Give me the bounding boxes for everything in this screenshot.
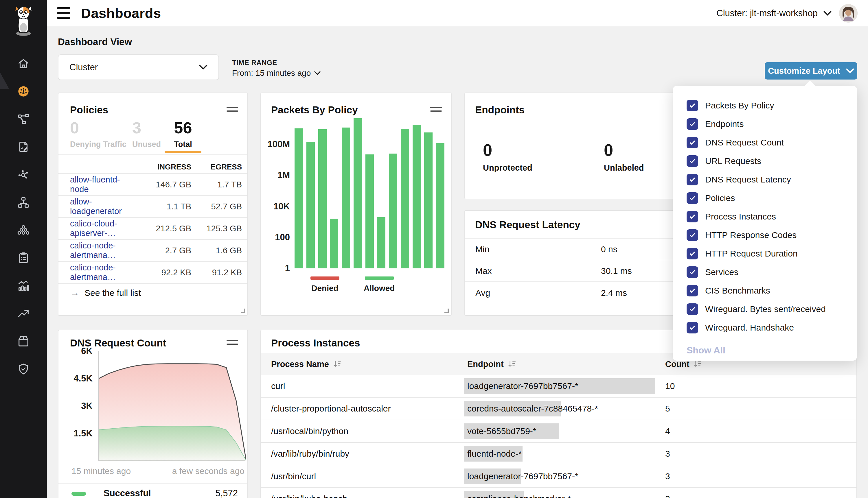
customize-layout-button[interactable]: Customize Layout bbox=[765, 62, 857, 80]
checkbox-checked[interactable] bbox=[687, 303, 698, 315]
menu-hamburger-icon[interactable] bbox=[57, 7, 70, 19]
sidebar-item-threat-feeds[interactable] bbox=[0, 300, 47, 327]
endpoints-unprotected-stat: 0 Unprotected bbox=[483, 142, 532, 173]
policy-row: allow-fluentd-node 146.7 GB 1.7 TB bbox=[59, 174, 247, 196]
column-count[interactable]: Count bbox=[665, 359, 856, 369]
resize-handle[interactable] bbox=[241, 309, 245, 313]
sidebar-item-timeline[interactable] bbox=[0, 272, 47, 300]
policies-tab-denying-traffic[interactable]: 0 Denying Traffic bbox=[70, 120, 132, 149]
allowed-bar[interactable] bbox=[424, 132, 432, 268]
policy-link[interactable]: calico-node-alertmana… bbox=[70, 263, 138, 282]
policies-tab-unused[interactable]: 3 Unused bbox=[132, 120, 165, 149]
layout-menu-item[interactable]: Wireguard. Handshake bbox=[687, 318, 857, 337]
sidebar-item-service-graph[interactable] bbox=[0, 105, 47, 133]
sidebar-item-compliance[interactable] bbox=[0, 244, 47, 272]
top-bar: Dashboards Cluster: jlt-msft-workshop bbox=[47, 0, 868, 26]
allowed-bar[interactable] bbox=[330, 219, 338, 268]
layout-menu-item[interactable]: Endpoints bbox=[687, 115, 857, 133]
column-process-name[interactable]: Process Name bbox=[271, 359, 467, 369]
allowed-bar[interactable] bbox=[307, 142, 315, 268]
layout-menu-item[interactable]: Policies bbox=[687, 189, 857, 207]
unlabeled-count: 0 bbox=[604, 142, 644, 158]
dnscount-area-chart bbox=[98, 351, 245, 461]
time-range-control: TIME RANGE From: 15 minutes ago bbox=[232, 59, 321, 78]
allowed-bar[interactable] bbox=[318, 129, 327, 268]
sidebar-item-network-sets[interactable] bbox=[0, 188, 47, 216]
checkbox-checked[interactable] bbox=[687, 248, 698, 259]
checkbox-checked[interactable] bbox=[687, 230, 698, 241]
checkbox-checked[interactable] bbox=[687, 285, 698, 297]
time-range-label: TIME RANGE bbox=[232, 59, 321, 67]
see-full-list-link[interactable]: → See the full list bbox=[70, 287, 141, 298]
layout-menu-item[interactable]: Wireguard. Bytes sent/received bbox=[687, 300, 857, 318]
allowed-bar[interactable] bbox=[389, 154, 397, 268]
process-name: /usr/bin/curl bbox=[271, 471, 467, 481]
checkbox-checked[interactable] bbox=[687, 211, 698, 222]
cluster-switcher[interactable]: Cluster: jlt-msft-workshop bbox=[716, 8, 831, 18]
endpoints-unlabeled-stat: 0 Unlabeled bbox=[604, 142, 644, 173]
layout-menu-item[interactable]: DNS Request Latency bbox=[687, 170, 857, 189]
policy-link[interactable]: calico-node-alertmana… bbox=[70, 241, 138, 260]
sidebar-item-home[interactable] bbox=[0, 50, 47, 78]
sidebar-item-connections[interactable] bbox=[0, 161, 47, 188]
sidebar-item-dashboards[interactable] bbox=[0, 78, 47, 105]
policy-link[interactable]: allow-loadgenerator bbox=[70, 197, 138, 216]
legend-allowed[interactable]: Allowed bbox=[364, 276, 394, 293]
checkbox-checked[interactable] bbox=[687, 100, 698, 112]
layout-menu-item[interactable]: Packets By Policy bbox=[687, 96, 857, 115]
layout-menu-item[interactable]: Process Instances bbox=[687, 207, 857, 226]
checkbox-checked[interactable] bbox=[687, 322, 698, 333]
allowed-bar[interactable] bbox=[365, 155, 374, 268]
legend-denied[interactable]: Denied bbox=[310, 276, 339, 293]
threat-feeds-icon bbox=[17, 307, 30, 320]
arrow-right-icon: → bbox=[70, 287, 79, 298]
allowed-bar[interactable] bbox=[342, 128, 350, 268]
sidebar-item-policies[interactable] bbox=[0, 133, 47, 161]
policy-egress: 1.7 TB bbox=[191, 180, 242, 189]
resize-handle[interactable] bbox=[444, 309, 449, 313]
allowed-bar[interactable] bbox=[436, 143, 444, 268]
layout-menu-item[interactable]: HTTP Response Codes bbox=[687, 226, 857, 244]
checkbox-checked[interactable] bbox=[687, 192, 698, 204]
show-all-link[interactable]: Show All bbox=[687, 345, 857, 356]
calico-cat-logo[interactable] bbox=[11, 4, 36, 37]
cluster-switcher-label: Cluster: jlt-msft-workshop bbox=[716, 8, 818, 18]
image-assurance-icon bbox=[17, 335, 30, 348]
policy-link[interactable]: allow-fluentd-node bbox=[70, 175, 138, 194]
x-label-start: 15 minutes ago bbox=[72, 466, 131, 476]
checkbox-checked[interactable] bbox=[687, 266, 698, 278]
y-tick-label: 1M bbox=[277, 170, 290, 181]
allowed-bar[interactable] bbox=[401, 129, 409, 268]
time-range-value[interactable]: From: 15 minutes ago bbox=[232, 68, 321, 78]
sidebar-item-image-assurance[interactable] bbox=[0, 327, 47, 355]
checkbox-checked[interactable] bbox=[687, 155, 698, 167]
policies-tab-total[interactable]: 56 Total bbox=[165, 120, 202, 149]
allowed-bar[interactable] bbox=[353, 118, 362, 268]
process-table-body: curl loadgenerator-7697bb7567-* 10/clust… bbox=[261, 375, 856, 498]
drag-handle-icon[interactable] bbox=[226, 340, 238, 345]
chevron-down-icon bbox=[846, 68, 854, 74]
sidebar-item-nodes[interactable] bbox=[0, 216, 47, 244]
layout-menu-item[interactable]: HTTP Request Duration bbox=[687, 244, 857, 263]
allowed-bar[interactable] bbox=[377, 217, 385, 268]
checkbox-checked[interactable] bbox=[687, 137, 698, 148]
allowed-bar[interactable] bbox=[295, 128, 303, 268]
policy-link[interactable]: calico-cloud-apiserver-… bbox=[70, 219, 138, 238]
layout-menu-item[interactable]: DNS Request Count bbox=[687, 133, 857, 152]
layout-menu-item[interactable]: URL Requests bbox=[687, 152, 857, 170]
process-endpoint: loadgenerator-7697bb7567-* bbox=[467, 378, 665, 394]
sidebar-item-security[interactable] bbox=[0, 355, 47, 383]
process-row: /usr/bin/curl loadgenerator-7697bb7567-*… bbox=[261, 465, 856, 488]
checkbox-checked[interactable] bbox=[687, 118, 698, 130]
column-endpoint[interactable]: Endpoint bbox=[467, 359, 665, 369]
packets-bar-chart bbox=[295, 113, 444, 268]
dashboard-view-select[interactable]: Cluster bbox=[58, 54, 219, 80]
checkbox-checked[interactable] bbox=[687, 174, 698, 185]
drag-handle-icon[interactable] bbox=[430, 107, 442, 112]
layout-menu-item[interactable]: CIS Benchmarks bbox=[687, 281, 857, 300]
user-avatar[interactable] bbox=[839, 4, 858, 23]
allowed-bar[interactable] bbox=[413, 124, 421, 268]
divider bbox=[59, 483, 247, 484]
chevron-down-icon bbox=[314, 71, 321, 75]
layout-menu-item[interactable]: Services bbox=[687, 263, 857, 281]
